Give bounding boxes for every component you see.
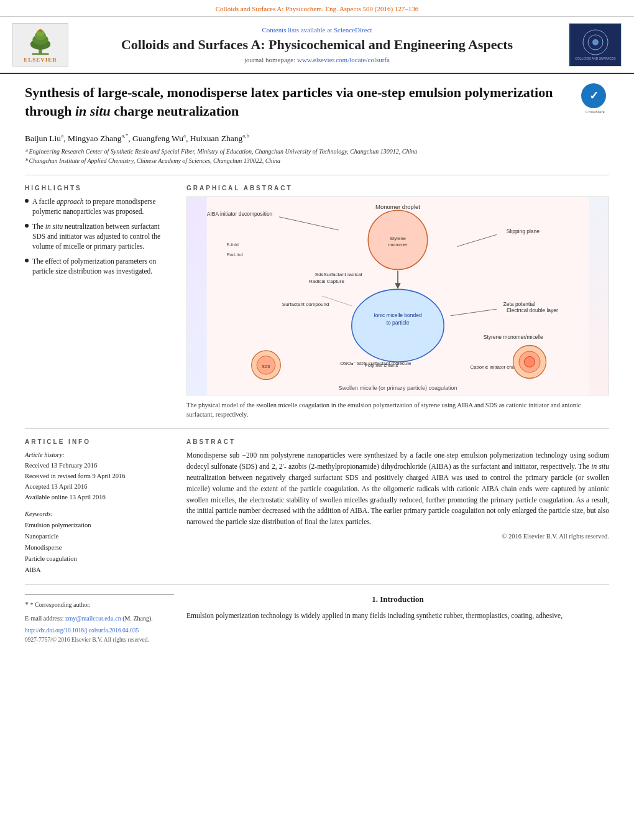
journal-homepage: journal homepage: www.elsevier.com/locat… <box>81 56 553 63</box>
highlight-item-1: A facile approach to prepare monodispers… <box>25 196 174 216</box>
highlight-text-1: A facile approach to prepare monodispers… <box>32 196 174 216</box>
svg-text:to particle: to particle <box>387 319 410 325</box>
crossmark-icon: ✓ <box>581 83 606 108</box>
crossmark-label: CrossMark <box>581 109 609 114</box>
affiliation-b: ᵇ Changchun Institute of Applied Chemist… <box>25 156 609 165</box>
svg-text:Slipping plane: Slipping plane <box>507 228 540 234</box>
svg-text:Styrene: Styrene <box>390 236 406 241</box>
abstract-text: Monodisperse sub −200 nm polystyrene nan… <box>186 450 609 528</box>
introduction-text: Emulsion polymerization technology is wi… <box>186 611 609 622</box>
graphical-abstract-image: Monomer droplet Styrene monomer AIBA ini… <box>186 196 609 395</box>
keyword-5: AIBA <box>25 565 174 576</box>
article-info-column: ARTICLE INFO Article history: Received 1… <box>25 438 174 575</box>
copyright-notice: © 2016 Elsevier B.V. All rights reserved… <box>186 533 609 540</box>
svg-point-6 <box>39 29 42 32</box>
introduction-heading: 1. Introduction <box>186 594 609 604</box>
highlights-graphical-section: HIGHLIGHTS A facile approach to prepare … <box>25 185 609 419</box>
highlights-header: HIGHLIGHTS <box>25 185 174 192</box>
article-info-abstract-section: ARTICLE INFO Article history: Received 1… <box>25 438 609 575</box>
svg-text:Rad-Ind: Rad-Ind <box>226 252 242 257</box>
elsevier-logo-container: ELSEVIER <box>12 23 75 67</box>
email-link[interactable]: zmy@mailccut.edu.cn <box>65 615 121 622</box>
revised-date: Received in revised form 9 April 2016 <box>25 471 174 482</box>
svg-text:monomer: monomer <box>388 242 408 247</box>
svg-text:COLLOIDS AND SURFACES: COLLOIDS AND SURFACES <box>575 57 616 60</box>
footnote-corresponding: * * Corresponding author. <box>25 594 174 610</box>
highlights-list: A facile approach to prepare monodispers… <box>25 196 174 277</box>
elsevier-tree-icon <box>19 27 62 55</box>
article-title-section: Synthesis of large-scale, monodisperse l… <box>25 83 609 126</box>
elsevier-label: ELSEVIER <box>24 57 57 63</box>
svg-text:Zeta potential: Zeta potential <box>503 301 535 307</box>
issn-text: 0927-7757/© 2016 Elsevier B.V. All right… <box>25 637 174 643</box>
footnotes-column: * * Corresponding author. E-mail address… <box>25 594 174 642</box>
bullet-icon-1 <box>25 199 29 203</box>
accepted-date: Accepted 13 April 2016 <box>25 482 174 492</box>
footnote-email: E-mail address: zmy@mailccut.edu.cn (M. … <box>25 610 174 623</box>
authors-line: Baijun Liua, Mingyao Zhanga,*, Guangfeng… <box>25 132 609 144</box>
journal-cover-logo: COLLOIDS AND SURFACES <box>569 23 622 67</box>
article-history: Article history: Received 13 February 20… <box>25 450 174 502</box>
available-date: Available online 13 April 2016 <box>25 492 174 503</box>
svg-text:Poly net chains: Poly net chains <box>365 362 398 368</box>
received-date: Received 13 February 2016 <box>25 461 174 471</box>
svg-point-42 <box>525 356 535 367</box>
svg-text:Ionic micelle bonded: Ionic micelle bonded <box>374 312 421 318</box>
doi-link[interactable]: http://dx.doi.org/10.1016/j.colsurfa.201… <box>25 626 174 635</box>
svg-text:Electrical double layer: Electrical double layer <box>507 307 558 313</box>
graphical-abstract-caption: The physical model of the swollen micell… <box>186 400 609 419</box>
affiliation-a: ᵃ Engineering Research Center of Synthet… <box>25 147 609 156</box>
divider-2 <box>25 428 609 429</box>
svg-rect-1 <box>32 53 49 55</box>
svg-text:SdsSurfactant radical: SdsSurfactant radical <box>315 272 362 277</box>
journal-reference-bar: Colloids and Surfaces A: Physicochem. En… <box>0 0 634 17</box>
keyword-1: Emulsion polymerization <box>25 520 174 531</box>
bottom-section: * * Corresponding author. E-mail address… <box>25 594 609 642</box>
journal-link[interactable]: Colloids and Surfaces A: Physicochem. En… <box>216 5 419 12</box>
keyword-3: Monodisperse <box>25 542 174 553</box>
keyword-2: Nanoparticle <box>25 531 174 542</box>
contents-label: Contents lists available at ScienceDirec… <box>81 26 553 34</box>
svg-text:AIBA initiator decomposition: AIBA initiator decomposition <box>207 211 273 217</box>
highlight-item-3: The effect of polymerization parameters … <box>25 256 174 276</box>
introduction-column: 1. Introduction Emulsion polymerization … <box>186 594 609 642</box>
elsevier-logo: ELSEVIER <box>12 23 68 67</box>
svg-text:Monomer droplet: Monomer droplet <box>375 203 420 210</box>
page: Colloids and Surfaces A: Physicochem. En… <box>0 0 634 840</box>
svg-text:Swollen micelle (or primary pa: Swollen micelle (or primary particle) co… <box>338 384 457 390</box>
journal-title: Colloids and Surfaces A: Physicochemical… <box>81 36 553 54</box>
svg-text:SDS: SDS <box>262 364 270 368</box>
crossmark-logo: ✓ CrossMark <box>581 83 609 111</box>
svg-text:Radical Capture: Radical Capture <box>309 279 345 284</box>
journal-header: ELSEVIER Contents lists available at Sci… <box>0 17 634 74</box>
svg-text:Styrene monomer/micelle: Styrene monomer/micelle <box>484 334 543 340</box>
history-label: Article history: <box>25 450 174 461</box>
bullet-icon-3 <box>25 259 29 262</box>
svg-point-26 <box>352 289 444 362</box>
svg-text:Surfactant compound: Surfactant compound <box>282 302 329 307</box>
highlight-item-2: The in situ neutralization between surfa… <box>25 221 174 251</box>
journal-center-info: Contents lists available at ScienceDirec… <box>75 26 559 64</box>
affiliations: ᵃ Engineering Research Center of Synthet… <box>25 147 609 165</box>
highlight-text-2: The in situ neutralization between surfa… <box>32 221 174 251</box>
sciencedirect-link[interactable]: ScienceDirect <box>334 26 372 34</box>
highlights-column: HIGHLIGHTS A facile approach to prepare … <box>25 185 174 419</box>
homepage-link[interactable]: www.elsevier.com/locate/colsurfa <box>297 56 390 63</box>
abstract-header: ABSTRACT <box>186 438 609 445</box>
emulsion-diagram-svg: Monomer droplet Styrene monomer AIBA ini… <box>187 197 609 395</box>
journal-cover-image: COLLOIDS AND SURFACES <box>571 24 620 66</box>
keyword-4: Particle coagulation <box>25 553 174 565</box>
abstract-column: ABSTRACT Monodisperse sub −200 nm polyst… <box>186 438 609 575</box>
keywords-section: Keywords: Emulsion polymerization Nanopa… <box>25 509 174 575</box>
svg-point-10 <box>592 39 599 45</box>
main-content: Synthesis of large-scale, monodisperse l… <box>0 74 634 655</box>
graphical-abstract-column: GRAPHICAL ABSTRACT Monomer droplet Styre… <box>186 185 609 419</box>
keywords-label: Keywords: <box>25 509 174 520</box>
svg-text:E-fold: E-fold <box>226 242 238 247</box>
graphical-abstract-header: GRAPHICAL ABSTRACT <box>186 185 609 192</box>
article-title: Synthesis of large-scale, monodisperse l… <box>25 83 572 120</box>
article-info-header: ARTICLE INFO <box>25 438 174 445</box>
divider-3 <box>25 584 609 585</box>
highlight-text-3: The effect of polymerization parameters … <box>32 256 174 276</box>
bullet-icon-2 <box>25 224 29 228</box>
